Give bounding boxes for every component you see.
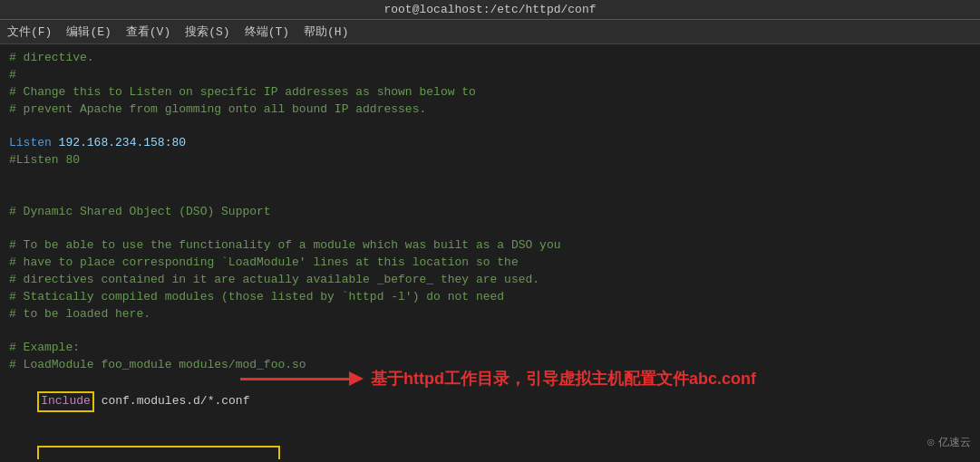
line-7: #Listen 80 (9, 152, 971, 169)
menu-help[interactable]: 帮助(H) (304, 24, 348, 40)
line-14: # directives contained in it are actuall… (9, 272, 971, 289)
menu-search[interactable]: 搜索(S) (185, 24, 229, 40)
line-18: # Example: (9, 340, 971, 357)
line-9 (9, 187, 971, 204)
title-bar: root@localhost:/etc/httpd/conf (0, 0, 980, 20)
line-15: # Statically compiled modules (those lis… (9, 289, 971, 306)
line-3: # Change this to Listen on specific IP a… (9, 84, 971, 101)
title-text: root@localhost:/etc/httpd/conf (383, 3, 596, 16)
line-4: # prevent Apache from glomming onto all … (9, 101, 971, 119)
watermark: ⊙ 亿速云 (927, 435, 971, 450)
annotation-arrow: 基于httpd工作目录，引导虚拟主机配置文件abc.conf (240, 368, 756, 390)
line-include2: Include conf/extra/abc.conf (9, 429, 971, 459)
line-1: # directive. (9, 50, 971, 67)
arrow-line (240, 378, 349, 380)
line-5 (9, 118, 971, 135)
menu-file[interactable]: 文件(F) (7, 24, 52, 40)
arrow-head (349, 371, 364, 386)
line-16: # to be loaded here. (9, 306, 971, 323)
line-17 (9, 323, 971, 341)
annotation-text: 基于httpd工作目录，引导虚拟主机配置文件abc.conf (371, 368, 756, 390)
menu-bar: 文件(F) 编辑(E) 查看(V) 搜索(S) 终端(T) 帮助(H) (0, 20, 980, 44)
menu-edit[interactable]: 编辑(E) (66, 24, 111, 40)
line-11 (9, 220, 971, 237)
menu-view[interactable]: 查看(V) (126, 24, 170, 40)
line-10: # Dynamic Shared Object (DSO) Support (9, 204, 971, 221)
line-2: # (9, 67, 971, 84)
editor-area: # directive. # # Change this to Listen o… (0, 44, 980, 459)
line-8 (9, 169, 971, 187)
menu-terminal[interactable]: 终端(T) (245, 24, 289, 40)
line-12: # To be able to use the functionality of… (9, 237, 971, 255)
line-6: Listen 192.168.234.158:80 (9, 135, 971, 152)
line-13: # have to place corresponding `LoadModul… (9, 255, 971, 272)
